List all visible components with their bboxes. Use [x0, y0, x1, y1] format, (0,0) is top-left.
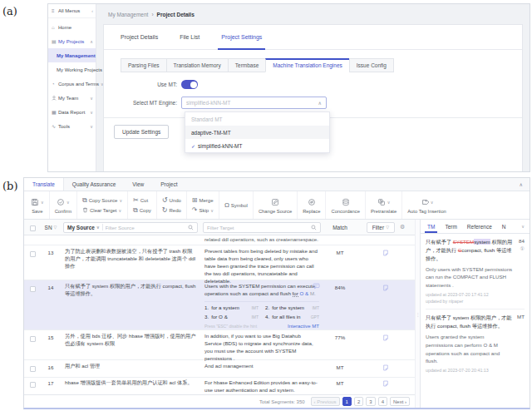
sn-column-header[interactable]: SN ▽	[41, 225, 61, 230]
chevron-down-icon[interactable]: ∨	[431, 200, 434, 205]
row-checkbox[interactable]	[30, 251, 36, 257]
sidebar-item-my-working-projects[interactable]: My Working Projects	[48, 62, 96, 77]
sidebar-item-my-team[interactable]: My Team ∨	[48, 91, 96, 105]
page-button-3[interactable]: 3	[366, 397, 375, 406]
copy-source-button[interactable]: ⧉ Copy Source ∨	[82, 197, 122, 204]
filter-button[interactable]: Filter ▽	[367, 222, 395, 233]
target-cell-editing[interactable]: Users with the SYSTEM permission can exe…	[200, 280, 323, 333]
sidebar-item-corpus-and-terms[interactable]: ◔ Corpus and Terms ∨	[48, 77, 96, 91]
confirm-button[interactable]: ∨ Confirm	[50, 191, 77, 219]
tab-project-details[interactable]: Project Details	[121, 25, 158, 49]
tab-tm[interactable]: TM	[422, 220, 440, 233]
imt-suggestion-1[interactable]: 1. for a system IMT	[204, 305, 259, 312]
collapse-toolbar-icon[interactable]: ∧	[520, 178, 530, 191]
table-row[interactable]: 16 用户和 acl 管理 And acl management MT	[24, 360, 415, 378]
tab-term[interactable]: Term	[440, 220, 461, 233]
subtab-translation-memory[interactable]: Translation Memory	[166, 58, 229, 72]
menu-translate[interactable]: Translate	[24, 178, 64, 191]
tm-match-item[interactable]: 只有赋予了 system 权限的用户，才能执行 compact, flush 等…	[426, 314, 525, 374]
tab-project-settings[interactable]: Project Settings	[221, 25, 262, 49]
source-scope-select[interactable]: My Source ∨	[67, 225, 100, 230]
menu-project[interactable]: Project	[152, 178, 185, 191]
row-checkbox[interactable]	[30, 336, 36, 342]
undo-button[interactable]: ↺ Undo	[162, 197, 181, 204]
info-icon[interactable]: ①	[520, 245, 525, 251]
concordance-button[interactable]: Concordance	[326, 191, 365, 219]
table-row-selected[interactable]: 14 只有赋予了 system 权限的用户，才能执行 compact, flus…	[24, 280, 415, 330]
sidebar-item-home[interactable]: ⌂ Home	[48, 20, 96, 34]
table-row-partial[interactable]: related ddl operations, such as createna…	[24, 235, 415, 245]
sidebar-item-my-projects[interactable]: ▤ My Projects ∧	[48, 34, 96, 48]
dropdown-option-standard-mt[interactable]: Standard MT	[185, 112, 329, 126]
breadcrumb-parent[interactable]: My Management	[108, 12, 148, 17]
target-suggestion-blue: O &	[298, 290, 308, 296]
page-button-4[interactable]: 4	[378, 397, 387, 406]
collapse-sidebar-icon[interactable]: ‹	[91, 8, 93, 13]
comment-bubble-icon[interactable]	[313, 283, 320, 290]
dropdown-option-adaptive-tm-mt[interactable]: adaptive-TM-MT	[185, 126, 329, 139]
search-icon[interactable]	[311, 225, 317, 230]
redo-button[interactable]: ↻ Redo	[162, 207, 181, 214]
menu-quality-assurance[interactable]: Quality Assurance	[64, 178, 124, 191]
replace-button[interactable]: Replace	[298, 191, 326, 219]
interactive-mt-link[interactable]: Interactive MT	[288, 323, 319, 330]
pretranslate-button[interactable]: ∨ Pretranslate	[366, 191, 402, 219]
merge-button[interactable]: ⊞ Merge	[192, 197, 214, 204]
use-mt-toggle[interactable]	[181, 80, 198, 89]
auto-tag-insertion-button[interactable]: ∨ Auto Tag Insertion	[402, 191, 451, 219]
sidebar-item-all-menus[interactable]: ≡ All Menus ‹	[48, 4, 96, 18]
subtab-parsing-files[interactable]: Parsing Files	[121, 58, 167, 72]
subtab-machine-translation-engines[interactable]: Machine Translation Engines	[265, 58, 349, 72]
tm-match-item[interactable]: 只有赋予了 SYSTEMsystem 权限的用户，才能执行 Ccompact, …	[426, 238, 525, 305]
target-cell[interactable]: For hbase Enhanced Edition provides an e…	[200, 378, 323, 394]
change-source-button[interactable]: Change Source	[254, 191, 298, 219]
chevron-down-icon[interactable]: ∨	[387, 200, 391, 205]
symbol-button[interactable]: Ω Symbol	[224, 202, 248, 209]
row-checkbox[interactable]	[30, 366, 36, 372]
skip-button[interactable]: ↷ Skip ∨	[192, 207, 214, 214]
tab-reference[interactable]: Reference	[462, 220, 497, 233]
row-checkbox[interactable]	[30, 286, 36, 292]
table-row[interactable]: 13 为了防止表误删和表数据被清空，只有授予了 trash 权限的用户，才能调用…	[24, 245, 415, 280]
mt-engine-select[interactable]: simplified-kNN-MT ∧	[181, 97, 327, 109]
sidebar-item-data-report[interactable]: ▦ Data Report ∨	[48, 105, 96, 119]
table-row[interactable]: 17 hbase 增强版提供一套简单易用的用户认证和 acl 体系。 For h…	[24, 378, 415, 392]
save-button[interactable]: ∨ Save	[26, 191, 50, 219]
search-icon[interactable]	[188, 225, 194, 230]
panel-resize-handle[interactable]: ⋮	[415, 220, 421, 408]
filter-source-input[interactable]	[106, 225, 185, 230]
chevron-down-icon[interactable]: ∨	[41, 200, 44, 205]
sidebar-item-my-management[interactable]: My Management	[48, 48, 96, 62]
imt-suggestion-3[interactable]: 3. for O & IMT	[204, 314, 259, 321]
page-button-1[interactable]: 1	[342, 397, 352, 406]
sidebar-item-tools[interactable]: ∿ Tools ∨	[48, 119, 96, 133]
chevron-down-icon[interactable]: ∨	[66, 200, 70, 205]
subtab-issue-config[interactable]: Issue Config	[349, 58, 394, 72]
chevron-down-icon[interactable]: ∨	[521, 224, 528, 229]
filter-icon[interactable]: ▽	[54, 225, 57, 230]
previous-page-button[interactable]: ‹ Previous	[311, 397, 340, 406]
pretranslate-label: Pretranslate	[371, 209, 397, 214]
update-settings-button[interactable]: Update Settings	[114, 125, 169, 139]
gear-icon[interactable]: ⚙	[400, 224, 405, 230]
dropdown-option-simplified-knn-mt[interactable]: ✓ simplified-kNN-MT	[185, 139, 329, 152]
clear-target-button[interactable]: Clear Target ∨	[82, 207, 122, 213]
select-all-checkbox[interactable]	[30, 225, 36, 231]
filter-target-input[interactable]	[207, 225, 308, 230]
target-cell[interactable]: And acl management	[200, 360, 323, 377]
imt-suggestion-2[interactable]: 2. for the system IMT	[265, 305, 319, 312]
cut-button[interactable]: ✂ Cut	[133, 197, 151, 204]
note-icon[interactable]	[357, 360, 415, 377]
note-icon[interactable]	[357, 280, 415, 333]
imt-suggestion-4[interactable]: 4. for all files in GPT	[265, 314, 319, 321]
table-row[interactable]: 15 另外，使用 bds 迁移、同步 hbase 增强版时，使用的用户也必须有 …	[24, 330, 415, 360]
note-icon[interactable]	[357, 378, 415, 394]
tab-notes-truncated[interactable]: N	[497, 220, 511, 233]
copy-button[interactable]: ⧉ Copy	[133, 207, 151, 214]
tab-file-list[interactable]: File List	[180, 25, 200, 49]
subtab-termbase[interactable]: Termbase	[228, 58, 267, 72]
row-checkbox[interactable]	[30, 382, 36, 388]
menu-view[interactable]: View	[124, 178, 152, 191]
next-page-button[interactable]: Next ›	[390, 397, 410, 406]
page-button-2[interactable]: 2	[354, 397, 363, 406]
